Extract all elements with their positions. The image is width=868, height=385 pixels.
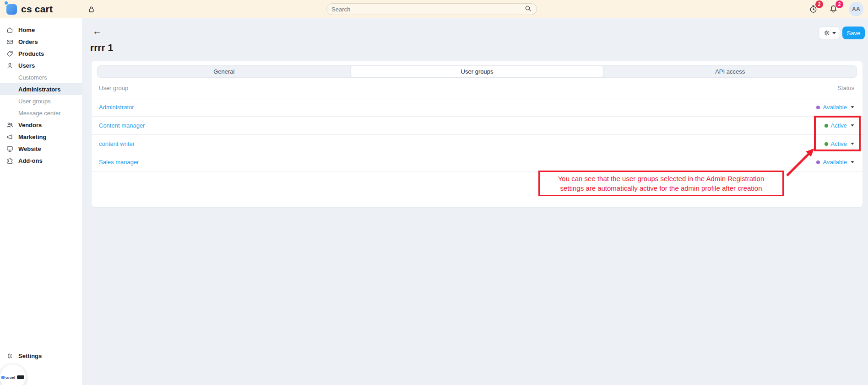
status-dropdown[interactable]: Active [825, 140, 854, 147]
sidebar-item-orders[interactable]: Orders [0, 36, 82, 48]
sidebar-item-label: Settings [18, 353, 42, 359]
annotation-line-1: You can see that the user groups selecte… [542, 174, 780, 183]
sidebar-item-settings[interactable]: Settings [0, 350, 82, 362]
cscart-logo-mark-icon [6, 4, 17, 15]
sidebar-item-marketing[interactable]: Marketing [0, 131, 82, 143]
sidebar-item-label: Administrators [18, 86, 60, 93]
puzzle-icon [6, 157, 14, 165]
table-row: Administrator Available [92, 98, 863, 117]
cscart-floating-badge[interactable]: cs cart [0, 364, 26, 385]
user-group-link[interactable]: Administrator [99, 104, 134, 111]
tab-general[interactable]: General [98, 66, 351, 77]
bell-badge: 2 [835, 0, 843, 8]
chevron-down-icon [851, 161, 854, 163]
gear-icon [6, 352, 14, 360]
orders-icon [6, 38, 14, 46]
megaphone-icon [6, 133, 14, 141]
status-dropdown[interactable]: Available [816, 104, 854, 111]
main-content: ← Save rrrr 1 General User groups API ac… [82, 18, 868, 385]
table-header: User group Status [92, 78, 863, 98]
table-row: Content manager Active [92, 117, 863, 135]
user-group-link[interactable]: Sales manager [99, 159, 139, 166]
sidebar-item-label: Add-ons [18, 157, 43, 164]
home-icon [6, 26, 14, 34]
search-icon[interactable] [524, 5, 532, 14]
sidebar-item-label: Customers [18, 74, 47, 81]
user-avatar[interactable]: AA [849, 2, 863, 16]
status-dropdown[interactable]: Active [825, 122, 854, 129]
tab-user-groups[interactable]: User groups [351, 66, 604, 77]
sidebar-item-vendors[interactable]: Vendors [0, 119, 82, 131]
status-dropdown[interactable]: Available [816, 159, 854, 166]
search-input[interactable] [331, 6, 524, 13]
status-label: Active [831, 122, 847, 129]
timer-icon[interactable]: 2 [808, 4, 819, 14]
sidebar: Home Orders Products Users Customers Adm… [0, 18, 82, 385]
gear-icon [823, 29, 830, 37]
status-label: Available [823, 104, 847, 111]
topbar: cs cart 2 2 AA [0, 0, 868, 18]
topbar-icons: 2 2 AA [808, 0, 863, 18]
search-bar [326, 3, 537, 15]
sidebar-item-label: Message center [18, 110, 61, 117]
person-icon [6, 62, 14, 70]
page-title: rrrr 1 [90, 42, 113, 53]
sidebar-item-home[interactable]: Home [0, 24, 82, 36]
table-row: content writer Active [92, 135, 863, 153]
sidebar-item-label: Website [18, 145, 41, 152]
cscart-mini-logo-icon: cs cart [1, 375, 24, 379]
annotation-note: You can see that the user groups selecte… [538, 171, 784, 196]
annotation-line-2: settings are automatically active for th… [542, 183, 780, 193]
user-group-link[interactable]: Content manager [99, 122, 145, 129]
column-status: Status [837, 85, 854, 91]
back-arrow-icon[interactable]: ← [92, 27, 102, 36]
table-row: Sales manager Available [92, 153, 863, 171]
tab-api-access[interactable]: API access [603, 66, 857, 77]
lock-icon[interactable] [87, 5, 96, 14]
settings-dropdown-button[interactable] [819, 27, 840, 39]
tab-bar: General User groups API access [97, 65, 857, 78]
status-dot-icon [816, 106, 820, 109]
monitor-icon [6, 145, 14, 153]
sidebar-item-label: Users [18, 62, 35, 69]
sidebar-item-users[interactable]: Users [0, 59, 82, 71]
sidebar-item-label: Marketing [18, 134, 46, 140]
save-button[interactable]: Save [842, 27, 865, 39]
header-actions: Save [819, 27, 865, 39]
sidebar-item-add-ons[interactable]: Add-ons [0, 155, 82, 166]
tag-icon [6, 50, 14, 58]
status-dot-icon [825, 142, 828, 146]
bell-icon[interactable]: 2 [829, 4, 839, 14]
sidebar-item-label: Orders [18, 38, 38, 45]
sidebar-item-label: Vendors [18, 122, 42, 128]
status-dot-icon [825, 124, 828, 128]
status-dot-icon [816, 160, 820, 164]
timer-badge: 2 [815, 0, 823, 8]
sidebar-item-label: Home [18, 27, 35, 33]
status-label: Active [831, 140, 847, 147]
sidebar-item-website[interactable]: Website [0, 143, 82, 155]
sidebar-item-user-groups[interactable]: User groups [0, 95, 82, 107]
sidebar-item-administrators[interactable]: Administrators [0, 83, 82, 95]
sidebar-item-customers[interactable]: Customers [0, 71, 82, 83]
sidebar-item-label: Products [18, 50, 44, 57]
sidebar-item-message-center[interactable]: Message center [0, 107, 82, 119]
cscart-logo[interactable]: cs cart [6, 4, 53, 15]
chevron-down-icon [851, 143, 854, 145]
chevron-down-icon [851, 106, 854, 108]
sidebar-item-products[interactable]: Products [0, 48, 82, 59]
status-label: Available [823, 159, 847, 166]
chevron-down-icon [851, 124, 854, 127]
chevron-down-icon [832, 32, 836, 34]
cscart-logo-text: cs cart [21, 4, 53, 15]
sidebar-item-label: User groups [18, 98, 51, 105]
user-group-link[interactable]: content writer [99, 140, 135, 147]
people-icon [6, 121, 14, 129]
column-user-group: User group [99, 85, 128, 91]
